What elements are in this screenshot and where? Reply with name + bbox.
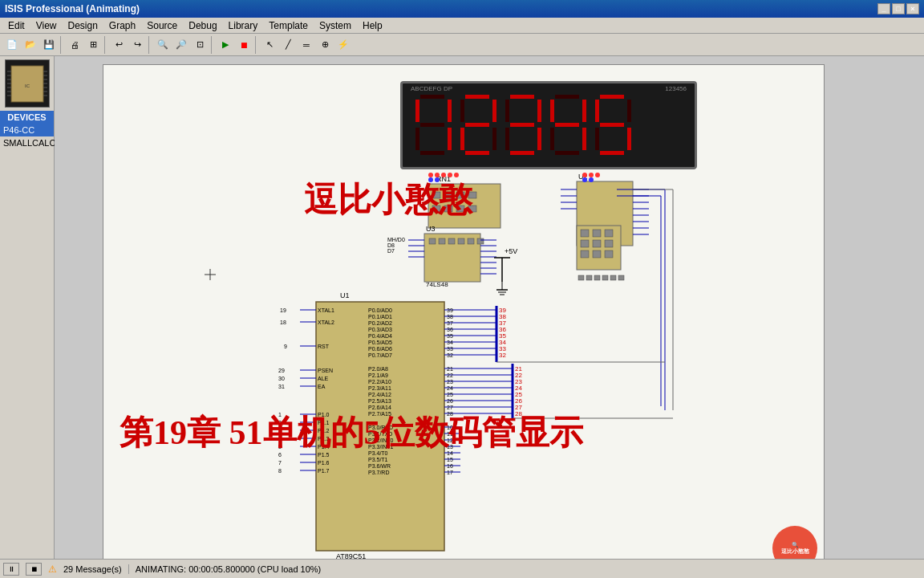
svg-rect-229 (605, 240, 613, 247)
svg-text:16: 16 (447, 463, 453, 469)
svg-text:18: 18 (280, 320, 286, 325)
svg-text:27: 27 (447, 405, 453, 410)
svg-text:P0.4/AD4: P0.4/AD4 (368, 333, 392, 339)
svg-text:P2.1/A9: P2.1/A9 (368, 372, 388, 378)
menu-source[interactable]: Source (142, 18, 182, 33)
svg-text:37: 37 (447, 320, 453, 326)
place-power-button[interactable]: ⚡ (334, 36, 352, 54)
svg-rect-227 (581, 240, 589, 247)
svg-rect-235 (594, 275, 600, 280)
svg-text:IC: IC (25, 83, 30, 88)
svg-text:23: 23 (447, 379, 453, 385)
svg-text:D8: D8 (387, 242, 395, 248)
svg-text:P0.6/AD6: P0.6/AD6 (368, 346, 392, 352)
svg-rect-232 (605, 250, 613, 258)
svg-rect-230 (581, 250, 589, 258)
svg-text:P2.0/A8: P2.0/A8 (368, 366, 388, 372)
svg-rect-49 (439, 238, 445, 244)
svg-text:25: 25 (447, 392, 453, 397)
play-button[interactable]: ▶ (217, 36, 234, 54)
select-button[interactable]: ↖ (261, 36, 278, 54)
canvas-area[interactable]: ABCDEFG DP 123456 (55, 56, 924, 559)
new-button[interactable]: 📄 (3, 36, 21, 54)
u3-label: U3 (426, 225, 436, 233)
svg-text:22: 22 (447, 372, 453, 378)
toolbar-separator-2 (104, 36, 107, 54)
menu-help[interactable]: Help (358, 18, 387, 33)
watermark-icon: 🔍 (781, 542, 809, 548)
svg-text:EA: EA (318, 384, 326, 389)
svg-rect-48 (429, 238, 436, 244)
schematic-canvas[interactable]: ABCDEFG DP 123456 (103, 64, 825, 559)
menu-view[interactable]: View (31, 18, 62, 33)
place-wire-button[interactable]: ╱ (279, 36, 297, 54)
undo-button[interactable]: ↩ (110, 36, 128, 54)
svg-text:P0.2/AD2: P0.2/AD2 (368, 320, 392, 326)
maximize-button[interactable]: □ (892, 3, 905, 14)
toolbar-separator-3 (148, 36, 152, 54)
zoom-in-button[interactable]: 🔍 (154, 36, 172, 54)
menu-graph[interactable]: Graph (104, 18, 140, 33)
zoom-out-button[interactable]: 🔎 (172, 36, 190, 54)
close-button[interactable]: × (906, 3, 919, 14)
minimize-button[interactable]: _ (877, 3, 890, 14)
svg-text:29: 29 (278, 368, 285, 373)
pause-button[interactable]: ⏸ (3, 563, 19, 576)
svg-rect-237 (610, 275, 616, 280)
svg-point-43 (582, 173, 587, 177)
stop-button[interactable]: ⏹ (235, 36, 253, 54)
menu-system[interactable]: System (314, 18, 356, 33)
svg-text:32: 32 (499, 352, 506, 359)
menu-design[interactable]: Design (63, 18, 102, 33)
svg-text:P3.7/RD: P3.7/RD (368, 470, 389, 475)
svg-rect-236 (602, 275, 608, 280)
window-controls[interactable]: _ □ × (877, 3, 919, 14)
svg-text:XTAL2: XTAL2 (318, 320, 334, 325)
message-count: 29 Message(s) (63, 564, 129, 574)
svg-text:P0.3/AD3: P0.3/AD3 (368, 327, 392, 332)
svg-text:P2.2/A10: P2.2/A10 (368, 379, 391, 385)
menu-template[interactable]: Template (264, 18, 313, 33)
title-bar: ISIS Professional (Animating) _ □ × (0, 0, 924, 18)
menu-edit[interactable]: Edit (3, 18, 30, 33)
menu-bar: Edit View Design Graph Source Debug Libr… (0, 18, 924, 34)
redo-button[interactable]: ↪ (128, 36, 146, 54)
svg-point-47 (589, 177, 594, 182)
svg-rect-51 (458, 238, 464, 244)
menu-library[interactable]: Library (224, 18, 263, 33)
svg-text:24: 24 (447, 385, 453, 391)
svg-text:+5V: +5V (505, 247, 517, 255)
svg-rect-224 (581, 230, 589, 237)
menu-debug[interactable]: Debug (184, 18, 221, 33)
place-component-button[interactable]: ⊕ (316, 36, 334, 54)
svg-text:9: 9 (284, 344, 287, 349)
print-button[interactable]: 🖨 (66, 36, 83, 54)
open-button[interactable]: 📂 (22, 36, 39, 54)
svg-rect-234 (586, 275, 592, 280)
zoom-fit-button[interactable]: ⊡ (191, 36, 209, 54)
svg-text:XTAL1: XTAL1 (318, 307, 334, 313)
animating-status: ANIMATING: 00:00:05.800000 (CPU load 10%… (136, 564, 322, 574)
svg-point-44 (589, 173, 594, 177)
svg-text:ALE: ALE (318, 376, 329, 381)
svg-text:30: 30 (278, 376, 285, 381)
stop-button[interactable]: ⏹ (26, 563, 42, 576)
svg-rect-53 (477, 238, 484, 244)
u1-label: U1 (340, 291, 350, 299)
svg-rect-226 (605, 230, 613, 237)
svg-text:8: 8 (278, 468, 282, 474)
svg-text:36: 36 (447, 327, 453, 332)
svg-text:D7: D7 (387, 248, 395, 254)
svg-text:26: 26 (447, 398, 453, 404)
save-button[interactable]: 💾 (40, 36, 58, 54)
device-item-smallcalc[interactable]: SMALLCALC (0, 136, 54, 149)
device-item-p46cc[interactable]: P46-CC (0, 124, 54, 136)
svg-text:P2.5/A13: P2.5/A13 (368, 398, 391, 404)
svg-text:P3.6/WR: P3.6/WR (368, 463, 391, 469)
grid-button[interactable]: ⊞ (84, 36, 102, 54)
svg-text:P0.1/AD1: P0.1/AD1 (368, 314, 392, 320)
svg-rect-225 (593, 230, 601, 237)
place-bus-button[interactable]: ═ (298, 36, 315, 54)
left-panel: IC DEVICES P46-CC SMALLCALC (0, 56, 55, 559)
svg-text:38: 38 (447, 314, 453, 320)
